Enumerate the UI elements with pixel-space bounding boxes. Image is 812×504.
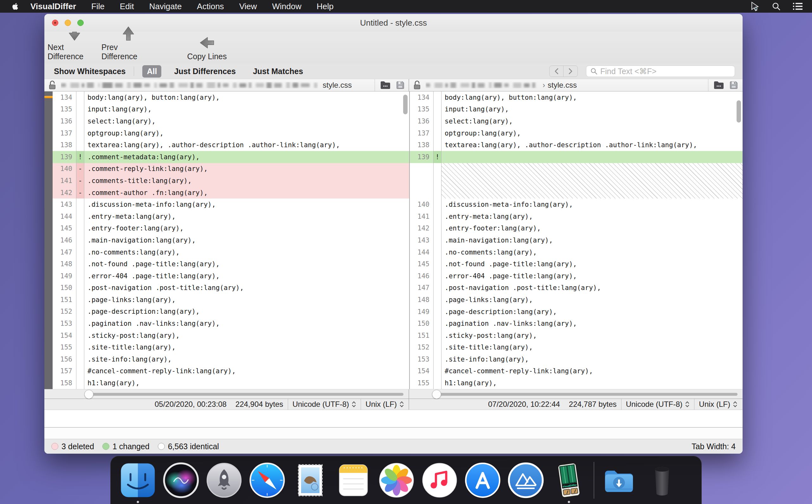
list-icon[interactable] xyxy=(792,2,803,11)
menu-item-edit[interactable]: Edit xyxy=(120,2,134,11)
code-line[interactable]: 146.error-404 .page-title:lang(ary), xyxy=(410,270,743,282)
reveal-folder-button[interactable] xyxy=(714,81,724,90)
code-line[interactable]: 153.site-info:lang(ary), xyxy=(410,353,743,365)
code-line[interactable]: 155h1:lang(ary), xyxy=(410,377,743,389)
menu-item-file[interactable]: File xyxy=(91,2,105,11)
right-line-ending-dropdown[interactable]: Unix (LF) xyxy=(695,400,742,409)
left-line-ending-dropdown[interactable]: Unix (LF) xyxy=(361,400,409,409)
code-line[interactable]: 151.page-links:lang(ary), xyxy=(53,294,409,306)
code-line[interactable]: 134body:lang(ary), button:lang(ary), xyxy=(53,91,409,104)
left-encoding-dropdown[interactable]: Unicode (UTF-8) xyxy=(288,400,361,409)
save-button[interactable] xyxy=(729,81,738,90)
dock-music-icon[interactable] xyxy=(421,462,458,499)
menu-item-help[interactable]: Help xyxy=(317,2,333,11)
code-line[interactable]: 152.site-title:lang(ary), xyxy=(410,341,743,353)
code-line[interactable]: 156.site-info:lang(ary), xyxy=(53,353,409,365)
menu-item-navigate[interactable]: Navigate xyxy=(149,2,182,11)
scroll-knob[interactable] xyxy=(432,390,441,399)
code-line[interactable]: 137optgroup:lang(ary), xyxy=(410,127,743,139)
dock-photos-icon[interactable] xyxy=(378,462,415,499)
code-line[interactable]: 141-.comments-title:lang(ary), xyxy=(53,175,409,187)
code-line[interactable]: 151.sticky-post:lang(ary), xyxy=(410,330,743,342)
scroll-track[interactable] xyxy=(89,393,403,396)
menu-item-window[interactable]: Window xyxy=(272,2,301,11)
scroll-track[interactable] xyxy=(436,393,738,396)
find-text-field[interactable] xyxy=(586,66,735,77)
title-bar[interactable]: Untitled - style.css xyxy=(44,14,743,32)
code-line[interactable]: 147.post-navigation .post-title:lang(ary… xyxy=(410,282,743,294)
code-line[interactable]: 157#cancel-comment-reply-link:lang(ary), xyxy=(53,365,409,377)
code-line[interactable]: 144.no-comments:lang(ary), xyxy=(410,246,743,258)
menu-item-actions[interactable]: Actions xyxy=(197,2,224,11)
code-line[interactable]: 150.pagination .nav-links:lang(ary), xyxy=(410,318,743,330)
code-line[interactable]: 143.main-navigation:lang(ary), xyxy=(410,234,743,246)
search-icon[interactable] xyxy=(771,2,781,11)
code-line[interactable]: 145.entry-footer:lang(ary), xyxy=(53,223,409,235)
find-previous-button[interactable] xyxy=(549,66,563,77)
code-line[interactable]: 144.entry-meta:lang(ary), xyxy=(53,211,409,223)
dock-visualdiffer-icon[interactable]: VisualDiffer xyxy=(550,462,587,499)
code-line[interactable]: 149.error-404 .page-title:lang(ary), xyxy=(53,270,409,282)
show-whitespaces-toggle[interactable]: Show Whitespaces xyxy=(54,67,125,76)
code-line[interactable]: 139!.comment-metadata:lang(ary), xyxy=(53,151,409,163)
code-line[interactable]: 158h1:lang(ary), xyxy=(53,377,409,389)
code-line[interactable]: 141.entry-meta:lang(ary), xyxy=(410,211,743,223)
dock-app-store-icon[interactable] xyxy=(464,462,501,499)
segment-just-matches[interactable]: Just Matches xyxy=(249,65,308,78)
code-line[interactable]: 154#cancel-comment-reply-link:lang(ary), xyxy=(410,365,743,377)
menu-item-view[interactable]: View xyxy=(239,2,257,11)
dock-launchpad-icon[interactable] xyxy=(206,462,243,499)
code-line[interactable]: 143.discussion-meta-info:lang(ary), xyxy=(53,198,409,211)
code-line[interactable]: 150.post-navigation .post-title:lang(ary… xyxy=(53,282,409,294)
code-line[interactable]: 142-.comment-author .fn:lang(ary), xyxy=(53,187,409,199)
code-line[interactable]: 148.not-found .page-title:lang(ary), xyxy=(53,258,409,270)
unlock-icon[interactable] xyxy=(413,80,421,90)
diff-overview-strip[interactable] xyxy=(44,91,53,389)
code-line[interactable]: 149.page-description:lang(ary), xyxy=(410,306,743,318)
code-line[interactable]: 140-.comment-reply-link:lang(ary), xyxy=(53,163,409,175)
code-line[interactable]: 137optgroup:lang(ary), xyxy=(53,127,409,139)
left-horizontal-scrollbar[interactable] xyxy=(44,389,409,399)
code-line[interactable]: 136select:lang(ary), xyxy=(410,115,743,127)
right-horizontal-scrollbar[interactable] xyxy=(409,389,742,399)
code-line[interactable]: 135input:lang(ary), xyxy=(410,104,743,116)
dock-downloads-icon[interactable] xyxy=(600,462,638,499)
reveal-folder-button[interactable] xyxy=(380,81,391,90)
find-text-input[interactable] xyxy=(600,67,731,76)
code-line[interactable]: 138textarea:lang(ary), .author-descripti… xyxy=(53,139,409,151)
segment-all[interactable]: All xyxy=(142,65,161,78)
code-line[interactable]: 136select:lang(ary), xyxy=(53,115,409,127)
save-button[interactable] xyxy=(396,81,405,90)
dock-finder-icon[interactable] xyxy=(119,462,156,499)
code-line[interactable]: 146.main-navigation:lang(ary), xyxy=(53,234,409,246)
code-line[interactable]: 152.page-description:lang(ary), xyxy=(53,306,409,318)
left-vertical-scrollbar[interactable] xyxy=(403,95,408,114)
dock-siri-icon[interactable] xyxy=(162,462,199,499)
code-line[interactable]: 148.page-links:lang(ary), xyxy=(410,294,743,306)
dock-mountain-app-icon[interactable] xyxy=(507,462,544,499)
code-line[interactable]: 142.entry-footer:lang(ary), xyxy=(410,223,743,235)
dock-trash-icon[interactable] xyxy=(644,462,681,499)
menu-app-name[interactable]: VisualDiffer xyxy=(30,2,76,11)
code-line[interactable]: 147.no-comments:lang(ary), xyxy=(53,246,409,258)
find-next-button[interactable] xyxy=(563,66,577,77)
unlock-icon[interactable] xyxy=(48,80,56,90)
scroll-knob[interactable] xyxy=(84,390,93,399)
dock-mail-icon[interactable] xyxy=(292,462,329,499)
apple-menu[interactable] xyxy=(12,3,18,10)
code-line[interactable]: 135input:lang(ary), xyxy=(53,104,409,116)
segment-just-differences[interactable]: Just Differences xyxy=(169,65,240,78)
code-line[interactable]: 140.discussion-meta-info:lang(ary), xyxy=(410,198,743,211)
code-line[interactable]: 145.not-found .page-title:lang(ary), xyxy=(410,258,743,270)
code-line[interactable]: 153.pagination .nav-links:lang(ary), xyxy=(53,318,409,330)
right-encoding-dropdown[interactable]: Unicode (UTF-8) xyxy=(622,400,695,409)
right-vertical-scrollbar[interactable] xyxy=(737,100,741,123)
code-line[interactable]: 134body:lang(ary), button:lang(ary), xyxy=(410,91,743,104)
dock-safari-icon[interactable] xyxy=(249,462,286,499)
dock-notes-icon[interactable] xyxy=(335,462,372,499)
code-line[interactable]: 138textarea:lang(ary), .author-descripti… xyxy=(410,139,743,151)
code-line[interactable]: 154.sticky-post:lang(ary), xyxy=(53,330,409,342)
copy-lines-button[interactable]: Copy Lines xyxy=(183,35,231,61)
code-line[interactable]: 139! xyxy=(410,151,743,163)
pointer-status-icon[interactable] xyxy=(749,1,760,12)
